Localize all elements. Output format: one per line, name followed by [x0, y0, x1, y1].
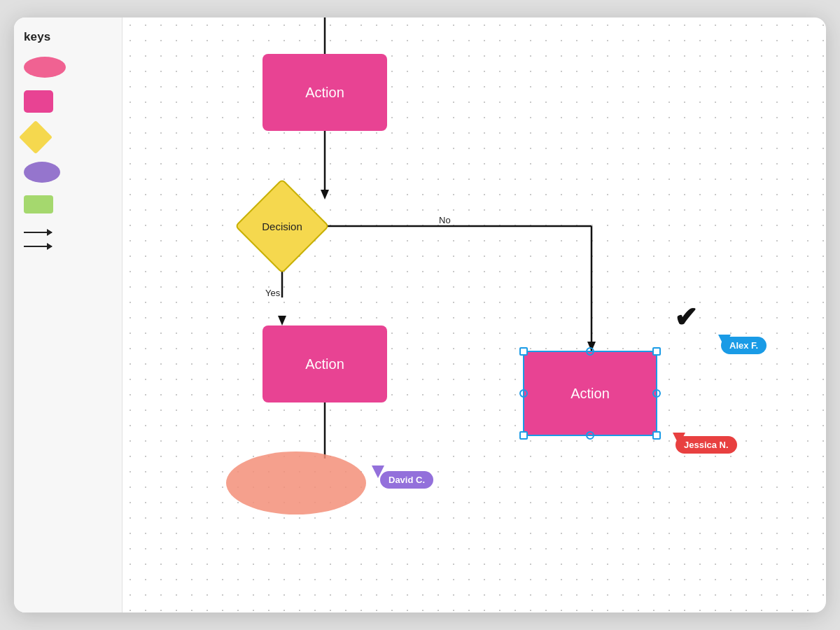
arrow-item-1[interactable] — [24, 232, 112, 233]
shape-item-oval-red[interactable] — [24, 57, 112, 78]
sidebar: keys — [14, 18, 122, 612]
node-action-top[interactable]: Action — [262, 54, 387, 131]
yes-label: Yes — [265, 288, 280, 298]
node-action-top-label: Action — [305, 85, 344, 101]
sidebar-title: keys — [24, 30, 112, 44]
no-label: No — [439, 215, 451, 225]
oval-purple-shape[interactable] — [24, 162, 60, 183]
oval-red-shape[interactable] — [24, 57, 66, 78]
shape-list — [24, 57, 112, 214]
handle-bottom-right[interactable] — [652, 431, 661, 440]
cursor-red-icon — [673, 433, 685, 445]
node-action-mid[interactable]: Action — [262, 326, 387, 402]
arrow-item-2[interactable] — [24, 246, 112, 247]
cursor-blue-icon — [718, 335, 731, 347]
canvas-area[interactable]: Yes No Action Decision Action Action — [122, 18, 826, 612]
cursor-red-wrapper — [673, 433, 685, 448]
node-action-mid-label: Action — [305, 356, 344, 372]
sidebar-arrows — [24, 232, 112, 247]
app-window: keys — [14, 18, 826, 612]
shape-item-oval-purple[interactable] — [24, 162, 112, 183]
handle-bottom-left[interactable] — [519, 431, 528, 440]
handle-top-left[interactable] — [519, 347, 528, 356]
node-action-right-label: Action — [570, 386, 610, 402]
shape-item-rect-green[interactable] — [24, 195, 112, 214]
node-decision-wrapper[interactable]: Decision — [240, 184, 324, 268]
handle-circle-right[interactable] — [652, 389, 661, 398]
node-oval-salmon[interactable] — [226, 451, 366, 514]
svg-marker-4 — [278, 316, 286, 326]
handle-circle-left[interactable] — [519, 389, 528, 398]
cursor-purple-icon — [372, 465, 384, 478]
badge-david: David C. — [380, 471, 433, 489]
arrow-line-1 — [24, 232, 52, 233]
cursor-blue-wrapper — [718, 335, 731, 350]
rect-pink-shape[interactable] — [24, 90, 53, 113]
node-action-right[interactable]: Action — [523, 351, 657, 436]
rect-green-shape[interactable] — [24, 195, 53, 214]
node-decision-shape[interactable] — [234, 178, 330, 274]
handle-circle-bottom[interactable] — [586, 431, 594, 440]
flowchart-svg — [122, 18, 826, 612]
cursor-purple-wrapper — [372, 465, 384, 481]
cursor-check-icon: ✔ — [674, 303, 698, 331]
handle-top-right[interactable] — [652, 347, 661, 356]
diamond-shape[interactable] — [19, 120, 52, 154]
shape-item-rect-pink[interactable] — [24, 90, 112, 113]
shape-item-diamond[interactable] — [24, 125, 112, 149]
handle-circle-top[interactable] — [586, 347, 594, 356]
arrow-line-2 — [24, 246, 52, 247]
